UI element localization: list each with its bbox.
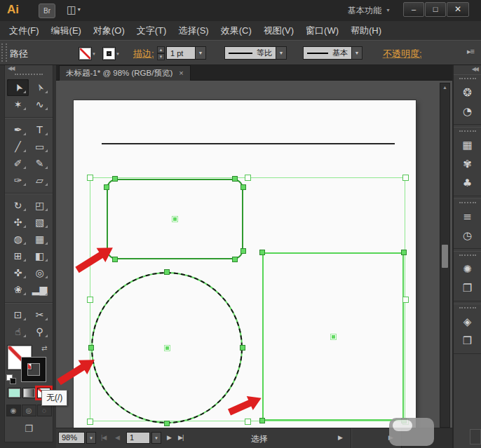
dock-gripper[interactable]: [459, 130, 476, 134]
menu-object[interactable]: 对象(O): [93, 25, 125, 37]
width-profile-value[interactable]: 等比: [224, 46, 276, 60]
document-tab[interactable]: 未标题-1* @ 98% (RGB/预览)×: [59, 65, 191, 81]
artboard-dropdown-icon[interactable]: ▼: [151, 432, 161, 444]
perspective-grid-tool[interactable]: ▦: [29, 231, 50, 247]
blend-tool[interactable]: ◎: [29, 264, 50, 281]
shape-builder-tool[interactable]: ◍: [7, 231, 29, 247]
stroke-panel-link[interactable]: 描边:: [133, 48, 154, 60]
stroke-weight-value[interactable]: 1 pt: [166, 46, 196, 60]
pen-tool[interactable]: ✒: [7, 121, 29, 138]
menu-file[interactable]: 文件(F): [9, 25, 39, 37]
menu-view[interactable]: 视图(V): [264, 25, 294, 37]
dock-gripper[interactable]: [459, 254, 476, 258]
column-graph-tool[interactable]: ▂▆: [29, 281, 50, 298]
maximize-button[interactable]: □: [425, 2, 446, 17]
color-button[interactable]: [8, 388, 21, 398]
symbols-panel-icon[interactable]: ♣: [454, 174, 481, 193]
paintbrush-tool[interactable]: ✐: [7, 155, 29, 172]
zoom-tool[interactable]: ⚲: [29, 323, 50, 340]
workspace-switcher[interactable]: 基本功能▼: [348, 5, 391, 17]
fill-dropdown-icon[interactable]: ▼: [92, 52, 96, 56]
menu-effect[interactable]: 效果(C): [221, 25, 252, 37]
swatches-panel-icon[interactable]: ▦: [454, 136, 481, 155]
graphic-styles-panel-icon[interactable]: ❐: [454, 279, 481, 298]
blob-brush-tool[interactable]: ✑: [7, 172, 29, 189]
artboard-tool[interactable]: ⊡: [7, 306, 29, 323]
swap-fill-stroke-icon[interactable]: ⇄: [41, 344, 47, 352]
draw-behind-button[interactable]: ◎: [22, 405, 36, 416]
toolbar-gripper[interactable]: [15, 74, 43, 77]
step-up-icon[interactable]: ▲: [157, 46, 165, 53]
step-down-icon[interactable]: ▼: [157, 53, 165, 60]
free-transform-tool[interactable]: ▧: [29, 214, 50, 231]
hand-tool[interactable]: ☝: [7, 323, 29, 340]
toolbar-collapse-icon[interactable]: ◀◀: [5, 65, 53, 73]
minimize-button[interactable]: –: [403, 2, 424, 17]
scroll-up-icon[interactable]: ▲: [440, 85, 449, 90]
opacity-panel-link[interactable]: 不透明度:: [383, 48, 422, 60]
direct-selection-tool[interactable]: ➢: [29, 79, 50, 96]
color-panel-icon[interactable]: ❂: [454, 83, 481, 102]
mesh-tool[interactable]: ⊞: [7, 247, 29, 264]
default-fill-stroke-icon[interactable]: [6, 374, 16, 384]
brushes-panel-icon[interactable]: ✾: [454, 155, 481, 174]
appearance-panel-icon[interactable]: ✺: [454, 260, 481, 279]
artboards-panel-icon[interactable]: ❒: [454, 332, 481, 351]
type-tool[interactable]: T: [29, 121, 50, 138]
screen-mode-button[interactable]: ❐: [20, 421, 38, 436]
magic-wand-tool[interactable]: ✶: [7, 96, 29, 113]
symbol-sprayer-tool[interactable]: ❀: [7, 281, 29, 298]
dock-gripper[interactable]: [459, 202, 476, 205]
menu-window[interactable]: 窗口(W): [306, 25, 339, 37]
vertical-scrollbar[interactable]: ▲: [440, 83, 450, 428]
next-artboard-button[interactable]: ▶: [167, 434, 171, 441]
slice-tool[interactable]: ✂: [29, 306, 50, 323]
line-segment-tool[interactable]: ╱: [7, 138, 29, 155]
pasteboard[interactable]: ▲: [56, 81, 452, 428]
stroke-color-swatch[interactable]: [102, 47, 116, 60]
layers-panel-icon[interactable]: ◈: [454, 313, 481, 332]
stroke-panel-icon[interactable]: ≡: [454, 208, 481, 226]
transparency-panel-icon[interactable]: ◷: [454, 226, 481, 245]
menu-help[interactable]: 帮助(H): [351, 25, 381, 37]
status-flyout-icon[interactable]: ▶: [338, 434, 343, 441]
control-panel-menu-icon[interactable]: ▸≡: [467, 47, 474, 56]
pencil-tool[interactable]: ✎: [29, 155, 50, 172]
dock-collapse-icon[interactable]: ◀◀: [454, 65, 481, 74]
menu-edit[interactable]: 编辑(E): [51, 25, 81, 37]
last-artboard-button[interactable]: ▶|: [178, 434, 183, 441]
draw-inside-button[interactable]: ◌: [37, 405, 52, 416]
stroke-swatch[interactable]: [22, 358, 46, 381]
artboard-number-field[interactable]: 1: [126, 432, 150, 444]
vertical-scrollbar-thumb[interactable]: [442, 245, 448, 268]
tab-close-icon[interactable]: ×: [179, 69, 183, 77]
menu-type[interactable]: 文字(T): [137, 25, 167, 37]
close-button[interactable]: ✕: [447, 2, 469, 17]
stroke-dropdown-icon[interactable]: ▼: [116, 52, 120, 56]
fill-color-swatch[interactable]: [79, 47, 92, 60]
control-bar-gripper[interactable]: [1, 43, 7, 62]
gradient-button[interactable]: [22, 388, 36, 398]
eyedropper-tool[interactable]: ✜: [7, 264, 29, 281]
draw-normal-button[interactable]: ◉: [6, 405, 21, 416]
width-tool[interactable]: ✣: [7, 214, 29, 231]
dock-gripper[interactable]: [459, 307, 476, 311]
scale-tool[interactable]: ◰: [29, 197, 50, 214]
first-artboard-button[interactable]: |◀: [101, 434, 106, 441]
arrange-documents-button[interactable]: ◫▼: [67, 4, 81, 16]
eraser-tool[interactable]: ▱: [29, 172, 50, 189]
zoom-level-field[interactable]: 98%: [58, 432, 85, 444]
gradient-panel-icon[interactable]: ◔: [454, 102, 481, 121]
dock-gripper[interactable]: [459, 78, 476, 81]
gradient-tool[interactable]: ◧: [29, 247, 50, 264]
rectangle-tool[interactable]: ▭: [29, 138, 50, 155]
lasso-tool[interactable]: ∿: [29, 96, 50, 113]
bridge-button[interactable]: Br: [39, 4, 55, 18]
stroke-weight-stepper[interactable]: ▲ ▼: [157, 46, 165, 60]
width-profile-dropdown-icon[interactable]: ▼: [276, 46, 287, 60]
menu-select[interactable]: 选择(S): [178, 25, 208, 37]
previous-artboard-button[interactable]: ◀: [115, 434, 119, 441]
stroke-weight-dropdown-icon[interactable]: ▼: [196, 46, 206, 60]
selection-tool[interactable]: ➤: [7, 79, 29, 96]
rotate-tool[interactable]: ↻: [7, 197, 29, 214]
